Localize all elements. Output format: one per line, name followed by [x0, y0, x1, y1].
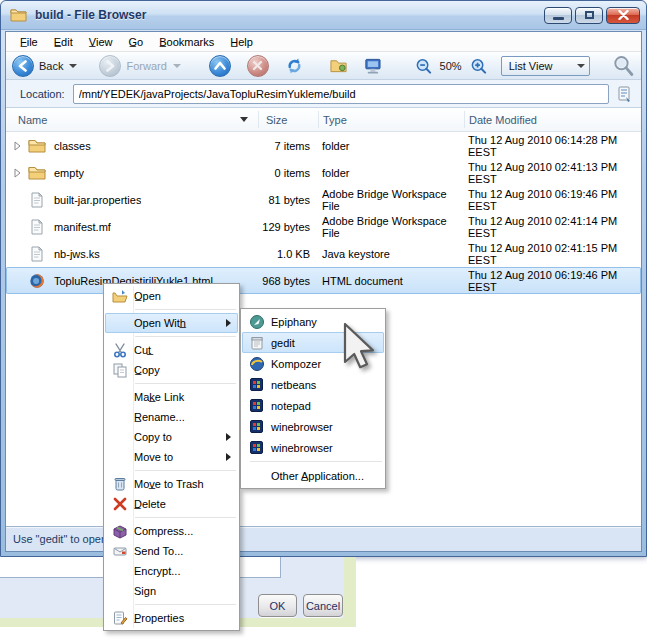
menu-item-move-to[interactable]: Move to	[105, 447, 238, 467]
firefox-icon	[28, 273, 46, 289]
menu-item-open[interactable]: O̲pen	[105, 286, 238, 306]
menu-separator	[135, 309, 236, 310]
submenu-item-other-application[interactable]: Other A̲pplication...	[242, 465, 384, 486]
file-size: 129 bytes	[258, 221, 318, 233]
file-row-empty[interactable]: empty 0 items folder Thu 12 Aug 2010 02:…	[6, 159, 641, 186]
location-notes-icon[interactable]	[615, 85, 633, 103]
file-name: classes	[54, 140, 91, 152]
menu-item-make-link[interactable]: Mak̲e Link	[105, 387, 238, 407]
file-date: Thu 12 Aug 2010 06:19:46 PM EEST	[464, 188, 641, 212]
menu-item-cut[interactable]: Cut̲	[105, 340, 238, 360]
file-row-manifest[interactable]: manifest.mf 129 bytes Adobe Bridge Works…	[6, 213, 641, 240]
column-header-name[interactable]: Name	[6, 108, 258, 131]
status-bar: Use "gedit" to open	[6, 526, 641, 551]
copy-icon	[105, 362, 134, 378]
context-menu: O̲pen Open With̲ Cut̲ C̲opy Ma	[103, 283, 240, 631]
maximize-icon	[585, 11, 594, 19]
minimize-icon	[553, 17, 564, 20]
file-size: 7 items	[258, 140, 318, 152]
file-size: 968 bytes	[258, 275, 318, 287]
file-type: Adobe Bridge Workspace File	[318, 188, 464, 212]
menu-view[interactable]: V̲iew	[81, 33, 121, 51]
menu-help[interactable]: H̲elp	[222, 33, 261, 51]
back-dropdown-icon[interactable]	[69, 64, 77, 68]
computer-icon[interactable]	[363, 57, 383, 75]
file-size: 81 bytes	[258, 194, 318, 206]
minimize-button[interactable]	[544, 7, 572, 24]
file-date: Thu 12 Aug 2010 02:41:13 PM EEST	[464, 161, 641, 185]
column-name-label: Name	[18, 114, 47, 126]
close-button[interactable]	[606, 7, 640, 24]
menu-separator	[135, 383, 236, 384]
file-row-classes[interactable]: classes 7 items folder Thu 12 Aug 2010 0…	[6, 132, 641, 159]
expander-icon[interactable]	[6, 168, 28, 178]
column-header-type[interactable]: Type	[318, 111, 464, 127]
maximize-button[interactable]	[575, 7, 603, 24]
cancel-button[interactable]: Cancel	[303, 594, 343, 617]
submenu-item-notepad[interactable]: notepad	[242, 395, 384, 416]
submenu-item-winebrowser-2[interactable]: winebrowser	[242, 437, 384, 458]
menu-item-copy-to[interactable]: Copy to	[105, 427, 238, 447]
text-file-icon	[28, 246, 46, 262]
menu-item-move-to-trash[interactable]: Mov̲e to Trash	[105, 474, 238, 494]
menu-item-open-with[interactable]: Open With̲	[105, 313, 238, 333]
titlebar[interactable]: build - File Browser	[1, 1, 646, 30]
back-button[interactable]: Back	[12, 55, 77, 77]
close-icon	[618, 10, 629, 20]
location-input[interactable]	[73, 84, 609, 104]
menu-bookmarks[interactable]: B̲ookmarks	[151, 33, 222, 51]
folder-icon	[28, 165, 46, 181]
menu-file[interactable]: F̲ile	[12, 33, 46, 51]
menu-item-properties[interactable]: P̲roperties	[105, 608, 238, 628]
properties-icon	[105, 610, 134, 626]
menu-separator	[250, 461, 382, 462]
envelope-icon	[105, 543, 134, 559]
menu-separator	[135, 604, 236, 605]
menu-item-delete[interactable]: D̲elete	[105, 494, 238, 514]
location-label: Location:	[20, 88, 65, 100]
menu-item-compress[interactable]: Compress...	[105, 521, 238, 541]
column-header-size[interactable]: Size	[258, 111, 318, 127]
zoom-out-icon[interactable]	[415, 57, 432, 75]
gedit-notepad-icon	[242, 335, 271, 351]
view-mode-select[interactable]: List View	[501, 56, 591, 76]
list-header: Name Size Type Date Modified	[6, 108, 641, 132]
back-label: Back	[39, 60, 63, 72]
reload-icon[interactable]	[285, 56, 304, 76]
file-row-selected-html[interactable]: TopluResimDegistiriliYukle1.html 968 byt…	[6, 267, 641, 294]
toolbar: Back Forward	[6, 52, 641, 80]
text-file-icon	[28, 192, 46, 208]
delete-x-icon	[105, 496, 134, 512]
file-row-nb-jws[interactable]: nb-jws.ks 1.0 KB Java keystore Thu 12 Au…	[6, 240, 641, 267]
menu-edit[interactable]: E̲dit	[46, 33, 81, 51]
expander-icon[interactable]	[6, 141, 28, 151]
menu-item-send-to[interactable]: Send To...	[105, 541, 238, 561]
submenu-arrow-icon	[226, 433, 231, 441]
submenu-item-netbeans[interactable]: netbeans	[242, 374, 384, 395]
forward-icon	[99, 55, 121, 77]
up-button[interactable]	[209, 55, 231, 77]
file-name: empty	[54, 167, 84, 179]
search-icon[interactable]	[612, 54, 635, 78]
home-folder-icon[interactable]	[330, 57, 349, 74]
file-name: manifest.mf	[54, 221, 111, 233]
menu-go[interactable]: G̲o	[121, 33, 152, 51]
windows-app-icon	[242, 420, 271, 433]
menu-item-rename[interactable]: R̲ename...	[105, 407, 238, 427]
epiphany-globe-icon	[242, 314, 271, 330]
column-header-date[interactable]: Date Modified	[464, 111, 641, 127]
archive-icon	[105, 523, 134, 539]
menu-item-sign[interactable]: Sign	[105, 581, 238, 601]
zoom-level: 50%	[440, 60, 462, 72]
ok-button[interactable]: OK	[258, 594, 297, 617]
file-row-built-jar[interactable]: built-jar.properties 81 bytes Adobe Brid…	[6, 186, 641, 213]
submenu-arrow-icon	[226, 319, 231, 327]
submenu-item-winebrowser-1[interactable]: winebrowser	[242, 416, 384, 437]
menu-item-copy[interactable]: C̲opy	[105, 360, 238, 380]
file-list: classes 7 items folder Thu 12 Aug 2010 0…	[6, 132, 641, 294]
view-mode-value: List View	[509, 60, 578, 72]
file-type: Java keystore	[318, 248, 464, 260]
window-folder-icon	[10, 7, 28, 23]
menu-item-encrypt[interactable]: Encrypt...	[105, 561, 238, 581]
zoom-in-icon[interactable]	[470, 57, 487, 75]
